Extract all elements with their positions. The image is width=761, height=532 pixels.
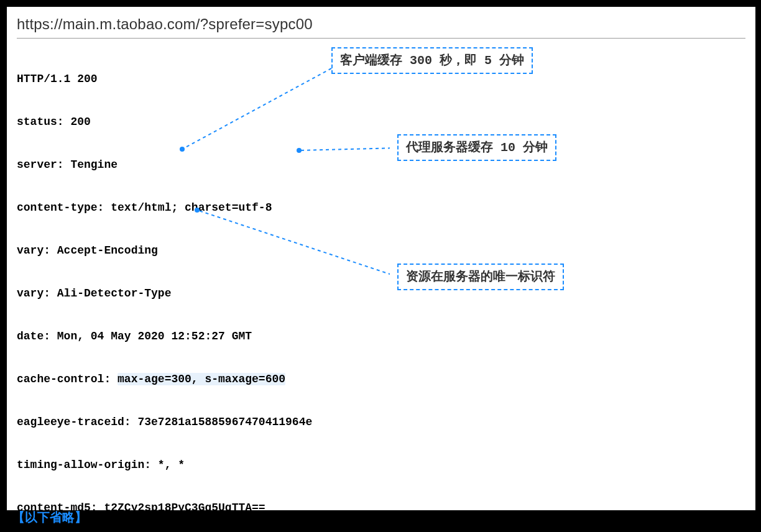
header-line: eagleeye-traceid: 73e7281a15885967470411… — [17, 415, 745, 429]
callout-etag: 资源在服务器的唯一标识符 — [397, 264, 564, 290]
callout-proxy-cache: 代理服务器缓存 10 分钟 — [397, 134, 556, 161]
http-headers: HTTP/1.1 200 status: 200 server: Tengine… — [17, 44, 745, 511]
header-line: timing-allow-origin: *, * — [17, 458, 745, 472]
header-line: vary: Ali-Detector-Type — [17, 287, 745, 301]
svg-point-1 — [180, 147, 185, 152]
footer-omitted-note: 【以下省略】 — [12, 509, 87, 526]
separator-1 — [17, 38, 745, 39]
url-text: https://main.m.taobao.com/?sprefer=sypc0… — [17, 16, 745, 33]
header-line: HTTP/1.1 200 — [17, 72, 745, 86]
callout-client-cache: 客户端缓存 300 秒，即 5 分钟 — [331, 47, 533, 74]
connector-lines — [17, 44, 390, 354]
svg-point-3 — [297, 148, 302, 153]
header-line: server: Tengine — [17, 158, 745, 172]
header-line-cache-control: cache-control: max-age=300, s-maxage=600 — [17, 372, 745, 387]
highlight-cache-control: max-age=300, s-maxage=600 — [118, 373, 285, 385]
svg-line-2 — [299, 148, 390, 150]
header-line: status: 200 — [17, 115, 745, 129]
header-line: vary: Accept-Encoding — [17, 244, 745, 258]
content-panel: https://main.m.taobao.com/?sprefer=sypc0… — [6, 6, 756, 511]
header-line: content-type: text/html; charset=utf-8 — [17, 201, 745, 215]
header-key: cache-control: — [17, 373, 118, 385]
outer-frame: https://main.m.taobao.com/?sprefer=sypc0… — [1, 1, 760, 531]
header-line: date: Mon, 04 May 2020 12:52:27 GMT — [17, 329, 745, 344]
header-line: content-md5: t2ZCy2sp18PyC3Gq5UqTTA== — [17, 501, 745, 511]
